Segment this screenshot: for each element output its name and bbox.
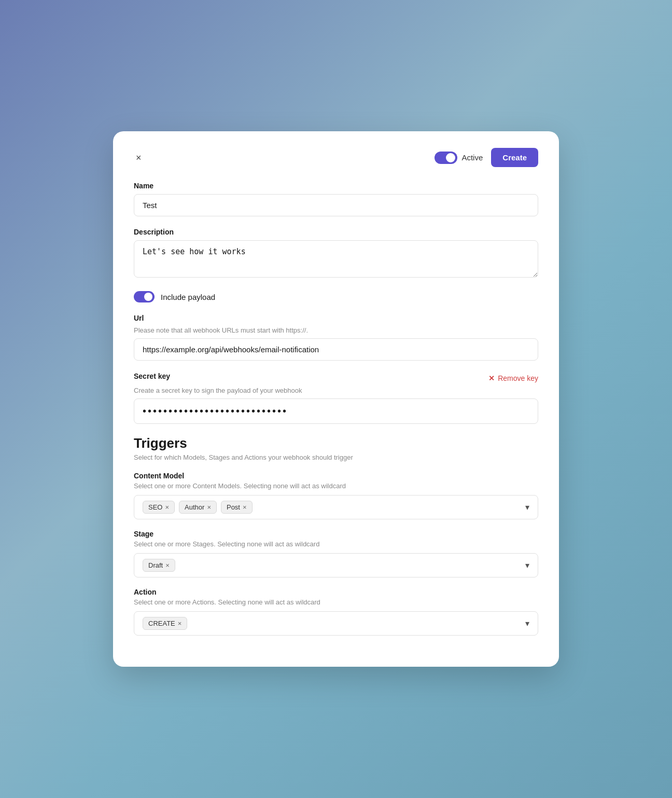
url-input[interactable] (134, 338, 538, 361)
active-toggle[interactable] (435, 152, 457, 164)
remove-key-button[interactable]: ✕ Remove key (488, 374, 538, 382)
content-model-label: Content Model (134, 472, 538, 480)
content-model-select[interactable]: SEO × Author × Post × ▾ (134, 495, 538, 519)
url-hint: Please note that all webhook URLs must s… (134, 326, 538, 334)
payload-toggle-track (134, 291, 155, 302)
card-header: × Active Create (134, 148, 538, 167)
payload-toggle[interactable] (134, 291, 155, 302)
action-hint: Select one or more Actions. Selecting no… (134, 598, 538, 606)
create-button[interactable]: Create (491, 148, 538, 167)
tag-seo-remove[interactable]: × (165, 504, 169, 511)
secret-key-label: Secret key (134, 372, 170, 380)
action-select[interactable]: CREATE × ▾ (134, 611, 538, 636)
active-label: Active (461, 153, 483, 162)
tag-create: CREATE × (143, 617, 187, 630)
tag-post-remove[interactable]: × (243, 504, 247, 511)
active-toggle-wrapper: Active (435, 152, 483, 164)
secret-key-section: Secret key ✕ Remove key Create a secret … (134, 372, 538, 424)
webhook-form-card: × Active Create Name Description Let's s… (113, 131, 559, 667)
stage-select[interactable]: Draft × ▾ (134, 553, 538, 577)
name-label: Name (134, 182, 538, 190)
tag-draft: Draft × (143, 559, 175, 572)
url-label: Url (134, 314, 538, 322)
description-label: Description (134, 228, 538, 236)
tag-seo: SEO × (143, 501, 175, 514)
triggers-title: Triggers (134, 435, 538, 451)
active-toggle-track (435, 152, 457, 164)
payload-label: Include payload (161, 293, 215, 301)
content-model-chevron-icon: ▾ (525, 502, 529, 512)
action-chevron-icon: ▾ (525, 618, 529, 628)
tag-draft-label: Draft (148, 561, 163, 569)
payload-toggle-row: Include payload (134, 291, 538, 302)
action-label: Action (134, 588, 538, 596)
tag-post: Post × (221, 501, 253, 514)
tag-create-remove[interactable]: × (178, 620, 182, 627)
tag-author-remove[interactable]: × (207, 504, 211, 511)
secret-key-hint: Create a secret key to sign the payload … (134, 387, 538, 394)
action-tags: CREATE × (143, 617, 187, 630)
triggers-hint: Select for which Models, Stages and Acti… (134, 453, 538, 461)
stage-label: Stage (134, 530, 538, 538)
content-model-tags: SEO × Author × Post × (143, 501, 253, 514)
content-model-subsection: Content Model Select one or more Content… (134, 472, 538, 519)
payload-toggle-thumb (144, 293, 152, 301)
content-model-hint: Select one or more Content Models. Selec… (134, 482, 538, 490)
url-section: Url Please note that all webhook URLs mu… (134, 314, 538, 361)
tag-author-label: Author (185, 503, 204, 511)
tag-seo-label: SEO (148, 503, 162, 511)
stage-hint: Select one or more Stages. Selecting non… (134, 540, 538, 548)
name-input[interactable] (134, 194, 538, 216)
remove-key-icon: ✕ (488, 374, 495, 382)
tag-draft-remove[interactable]: × (165, 562, 170, 569)
active-toggle-thumb (446, 153, 455, 162)
stage-subsection: Stage Select one or more Stages. Selecti… (134, 530, 538, 577)
secret-key-header: Secret key ✕ Remove key (134, 372, 538, 384)
tag-post-label: Post (227, 503, 240, 511)
description-input[interactable]: Let's see how it works (134, 240, 538, 278)
secret-key-input[interactable] (134, 398, 538, 424)
stage-chevron-icon: ▾ (525, 560, 529, 570)
description-section: Description Let's see how it works (134, 228, 538, 280)
stage-tags: Draft × (143, 559, 175, 572)
action-subsection: Action Select one or more Actions. Selec… (134, 588, 538, 636)
header-right: Active Create (435, 148, 538, 167)
tag-create-label: CREATE (148, 620, 175, 627)
remove-key-label: Remove key (498, 374, 538, 382)
close-button[interactable]: × (134, 151, 144, 164)
tag-author: Author × (179, 501, 217, 514)
triggers-section: Triggers Select for which Models, Stages… (134, 435, 538, 636)
name-section: Name (134, 182, 538, 216)
